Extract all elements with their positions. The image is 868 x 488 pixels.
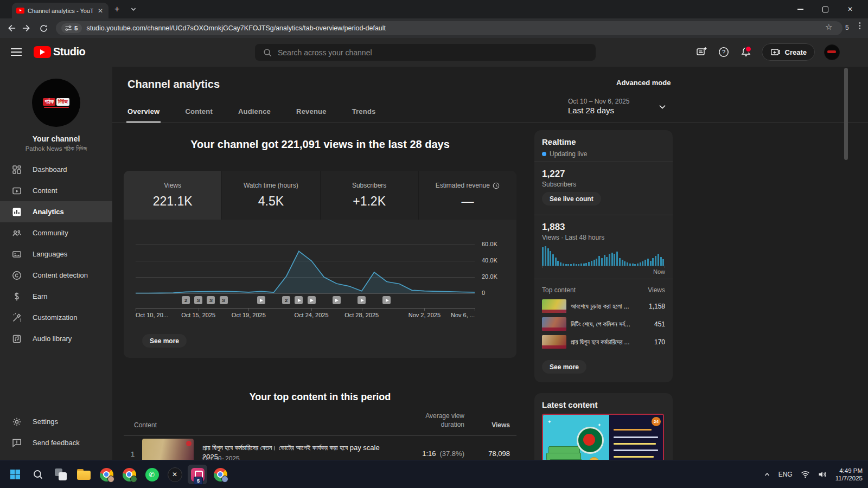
tray-chevron-up-icon[interactable] <box>764 471 770 478</box>
page-scrollbar[interactable] <box>844 68 848 160</box>
taskbar-chrome-profile-1-icon[interactable] <box>97 465 116 484</box>
metric-value: +1.2K <box>353 194 386 209</box>
taskbar-search-icon[interactable] <box>28 465 48 484</box>
address-bar[interactable]: 5 studio.youtube.com/channel/UCd7sOXOmnk… <box>56 21 843 35</box>
sidebar-item-earn[interactable]: Earn <box>0 286 112 307</box>
realtime-views-label: Views · Last 48 hours <box>542 234 604 241</box>
notifications-bell-icon[interactable] <box>739 46 752 59</box>
sidebar-item-customization[interactable]: Customization <box>0 307 112 328</box>
tab-search-chevron-icon[interactable] <box>130 6 137 12</box>
analytics-icon <box>11 207 22 217</box>
video-count-marker[interactable]: 2 <box>282 296 290 304</box>
live-dot-icon <box>542 152 546 156</box>
see-live-count-button[interactable]: See live count <box>542 192 601 206</box>
bookmark-star-icon[interactable]: ☆ <box>825 22 832 32</box>
taskbar-whatsapp-icon[interactable]: ✆ <box>142 465 162 484</box>
taskbar-chrome-profile-3-icon[interactable] <box>210 465 230 484</box>
sidebar-item-community[interactable]: Community <box>0 222 112 243</box>
video-marker-icon[interactable] <box>358 296 366 304</box>
taskbar-x-app-icon[interactable]: ✕ <box>165 465 184 484</box>
metric-tab-views[interactable]: Views221.1K <box>124 171 222 220</box>
tab-close-icon[interactable]: ✕ <box>97 7 104 15</box>
new-tab-button[interactable]: + <box>114 4 119 14</box>
sidebar-item-content[interactable]: Content <box>0 180 112 201</box>
sidebar-item-dashboard[interactable]: Dashboard <box>0 159 112 180</box>
studio-logo[interactable]: Studio <box>34 46 85 58</box>
help-icon[interactable]: ? <box>717 46 730 59</box>
shorts-marker-icon[interactable]: S <box>220 296 228 304</box>
forward-button[interactable] <box>21 22 34 35</box>
metric-tab-subscribers[interactable]: Subscribers+1.2K <box>321 171 419 220</box>
channel-search-input[interactable]: Search across your channel <box>255 44 596 61</box>
latest-content-title: Latest content <box>542 400 598 409</box>
sidebar-nav: DashboardContentAnalyticsCommunityLangua… <box>0 159 112 349</box>
shorts-marker-icon[interactable]: S <box>194 296 202 304</box>
account-avatar[interactable] <box>824 44 840 60</box>
avg-view-duration: 1:16(37.8%) <box>384 450 464 458</box>
site-permissions-chip[interactable]: 5 <box>61 23 82 33</box>
main-content: Channel analytics Advanced mode Oct 10 –… <box>112 67 868 460</box>
audio-library-icon <box>11 333 22 344</box>
realtime-content-row[interactable]: আবশেষে চূড়ান্ত করা হলো ...1,158 <box>542 297 665 315</box>
shorts-marker-icon[interactable]: S <box>207 296 215 304</box>
sidebar-item-label: Audio library <box>33 335 72 343</box>
taskbar-task-view-icon[interactable] <box>51 465 71 484</box>
sidebar-item-send-feedback[interactable]: Send feedback <box>0 432 112 453</box>
taskbar-pinned-app-5-icon[interactable]: 5 <box>188 465 207 484</box>
metric-tab-watch-time-hours-[interactable]: Watch time (hours)4.5K <box>222 171 320 220</box>
sidebar-item-label: Analytics <box>33 208 64 216</box>
tab-overview[interactable]: Overview <box>127 107 159 123</box>
tab-trends[interactable]: Trends <box>352 107 376 123</box>
tab-content[interactable]: Content <box>185 107 213 123</box>
sidebar-item-settings[interactable]: Settings <box>0 411 112 432</box>
metric-tab-estimated-revenue[interactable]: Estimated revenue— <box>419 171 516 220</box>
metric-label: Watch time (hours) <box>244 182 298 189</box>
volume-icon[interactable] <box>818 471 827 478</box>
browser-tab[interactable]: Channel analytics - YouTube Stu ✕ <box>12 3 108 18</box>
video-marker-icon[interactable] <box>257 296 265 304</box>
top-content-label: Top content <box>542 286 576 294</box>
browser-menu-icon[interactable] <box>856 22 864 29</box>
sidebar-item-label: Settings <box>33 418 58 426</box>
realtime-see-more-button[interactable]: See more <box>542 360 586 374</box>
sidebar-item-label: Content detection <box>33 271 88 279</box>
channel-24-logo: 24 <box>652 417 661 426</box>
sidebar-item-analytics[interactable]: Analytics <box>0 201 112 222</box>
chart-see-more-button[interactable]: See more <box>142 334 187 348</box>
reload-button[interactable] <box>37 22 50 35</box>
gridline <box>136 293 475 294</box>
sidebar-item-audio-library[interactable]: Audio library <box>0 328 112 349</box>
sidebar-item-content-detection[interactable]: Content detection <box>0 265 112 286</box>
wifi-icon[interactable] <box>801 471 810 478</box>
feedback-icon[interactable] <box>695 46 708 59</box>
taskbar-start-icon[interactable] <box>5 465 25 484</box>
window-maximize-button[interactable] <box>813 0 838 18</box>
tray-clock[interactable]: 4:49 PM 11/7/2025 <box>835 467 863 482</box>
video-count-marker[interactable]: 2 <box>182 296 190 304</box>
realtime-content-row[interactable]: প্রায় দ্বিগুন হবে কর্মচারিদের ...170 <box>542 333 665 351</box>
taskbar-file-explorer-icon[interactable] <box>74 465 93 484</box>
window-close-button[interactable]: ✕ <box>838 0 863 18</box>
avatar-text: পাঠক <box>43 98 55 106</box>
video-views: 451 <box>647 320 665 328</box>
create-button[interactable]: Create <box>762 43 815 61</box>
tab-audience[interactable]: Audience <box>238 107 271 123</box>
video-marker-icon[interactable] <box>295 296 303 304</box>
window-minimize-button[interactable] <box>788 0 813 18</box>
realtime-content-row[interactable]: মিটিং শেষে, পে কমিশন সর্ব...451 <box>542 315 665 333</box>
x-axis-tick-label: Nov 6, ... <box>451 312 475 318</box>
back-button[interactable] <box>4 22 17 35</box>
tab-revenue[interactable]: Revenue <box>296 107 327 123</box>
taskbar-chrome-profile-2-icon[interactable] <box>119 465 139 484</box>
toolbar-count[interactable]: 5 <box>845 24 849 31</box>
windows-taskbar: ✆✕5 ENG 4:49 PM 11/7/2025 <box>0 460 868 488</box>
video-marker-icon[interactable] <box>333 296 341 304</box>
video-marker-icon[interactable] <box>382 296 391 304</box>
realtime-title: Realtime <box>542 137 576 146</box>
hamburger-menu-icon[interactable] <box>11 48 22 56</box>
tray-language[interactable]: ENG <box>778 471 793 478</box>
video-marker-icon[interactable] <box>308 296 316 304</box>
search-icon <box>263 48 272 57</box>
sidebar-item-languages[interactable]: Languages <box>0 243 112 265</box>
channel-avatar[interactable]: পাঠকনিউজ <box>32 79 80 127</box>
